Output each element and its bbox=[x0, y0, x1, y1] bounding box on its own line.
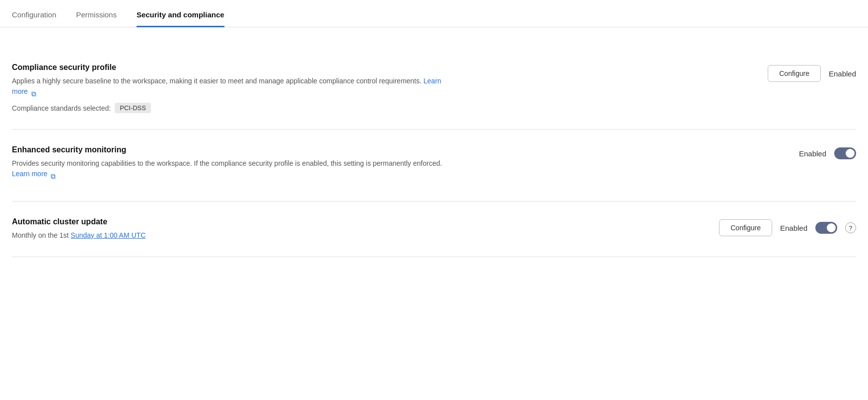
monitoring-toggle-slider bbox=[834, 147, 856, 159]
compliance-configure-button[interactable]: Configure bbox=[768, 65, 821, 82]
schedule-link[interactable]: Sunday at 1:00 AM UTC bbox=[71, 231, 145, 239]
section-left-monitoring: Enhanced security monitoring Provides se… bbox=[12, 145, 459, 185]
compliance-status-label: Enabled bbox=[829, 69, 856, 78]
page-content: Compliance security profile Applies a hi… bbox=[0, 27, 868, 257]
cluster-update-schedule: Monthly on the 1st Sunday at 1:00 AM UTC bbox=[12, 230, 459, 241]
compliance-security-profile-section: Compliance security profile Applies a hi… bbox=[12, 47, 856, 130]
schedule-link-text: Sunday at 1:00 AM UTC bbox=[71, 231, 145, 239]
monitoring-toggle[interactable] bbox=[834, 147, 856, 159]
enhanced-security-monitoring-section: Enhanced security monitoring Provides se… bbox=[12, 130, 856, 201]
compliance-profile-desc: Applies a highly secure baseline to the … bbox=[12, 76, 459, 97]
monitoring-status-label: Enabled bbox=[799, 149, 826, 158]
cluster-help-icon[interactable]: ? bbox=[845, 222, 856, 233]
tab-configuration[interactable]: Configuration bbox=[12, 0, 56, 27]
compliance-standards-label: Compliance standards selected: bbox=[12, 104, 111, 112]
enhanced-monitoring-desc: Provides security monitoring capabilitie… bbox=[12, 158, 459, 179]
schedule-prefix: Monthly on the 1st bbox=[12, 231, 69, 239]
external-link-icon-2: ⧉ bbox=[51, 171, 57, 178]
enhanced-monitoring-controls: Enabled bbox=[799, 145, 856, 159]
external-link-icon: ⧉ bbox=[31, 89, 38, 95]
pci-dss-badge: PCI-DSS bbox=[115, 103, 151, 113]
compliance-standards-row: Compliance standards selected: PCI-DSS bbox=[12, 103, 459, 113]
cluster-status-label: Enabled bbox=[780, 224, 807, 232]
section-left-compliance: Compliance security profile Applies a hi… bbox=[12, 63, 459, 113]
cluster-toggle[interactable] bbox=[815, 222, 837, 234]
cluster-update-controls: Configure Enabled ? bbox=[719, 217, 856, 236]
tab-permissions[interactable]: Permissions bbox=[76, 0, 117, 27]
compliance-desc-text: Applies a highly secure baseline to the … bbox=[12, 77, 422, 85]
cluster-configure-button[interactable]: Configure bbox=[719, 219, 772, 236]
compliance-profile-controls: Configure Enabled bbox=[768, 63, 856, 82]
tabs-nav: Configuration Permissions Security and c… bbox=[0, 0, 868, 27]
tab-security[interactable]: Security and compliance bbox=[137, 0, 224, 27]
section-left-cluster: Automatic cluster update Monthly on the … bbox=[12, 217, 459, 241]
monitoring-learn-more-link[interactable]: Learn more ⧉ bbox=[12, 170, 57, 178]
cluster-update-title: Automatic cluster update bbox=[12, 217, 459, 226]
compliance-profile-title: Compliance security profile bbox=[12, 63, 459, 72]
enhanced-monitoring-title: Enhanced security monitoring bbox=[12, 145, 459, 154]
enhanced-desc-text: Provides security monitoring capabilitie… bbox=[12, 159, 442, 167]
automatic-cluster-update-section: Automatic cluster update Monthly on the … bbox=[12, 201, 856, 257]
cluster-toggle-slider bbox=[815, 222, 837, 234]
